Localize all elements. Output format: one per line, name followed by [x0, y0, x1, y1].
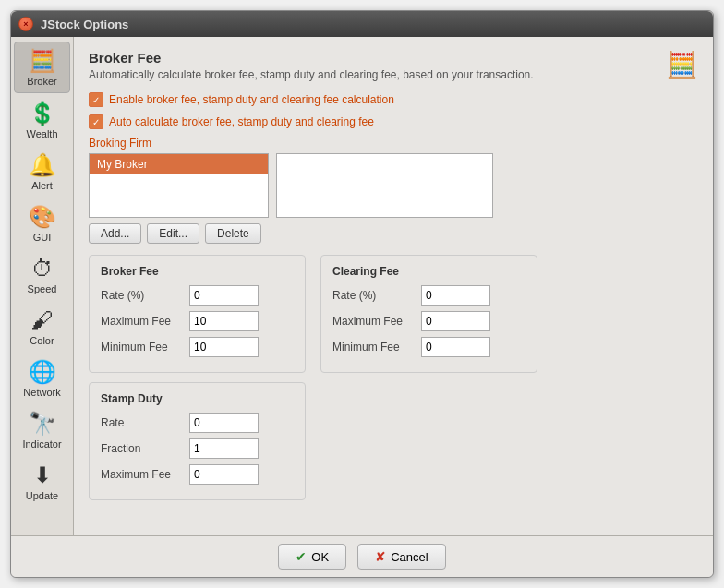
sidebar-label-network: Network — [23, 387, 60, 398]
broking-firm-label: Broking Firm — [89, 137, 698, 150]
sidebar-label-wealth: Wealth — [26, 128, 57, 139]
update-icon: ⬇ — [33, 462, 52, 488]
sidebar-label-speed: Speed — [28, 283, 57, 294]
sidebar-item-update[interactable]: ⬇ Update — [14, 457, 70, 507]
stamp-duty-box: Stamp Duty Rate Fraction Maximum Fee — [89, 382, 306, 500]
ok-label: OK — [311, 550, 329, 564]
stamp-max-row: Maximum Fee — [101, 464, 294, 485]
broker-rate-input[interactable] — [189, 285, 259, 306]
clearing-max-label: Maximum Fee — [332, 315, 414, 328]
stamp-fraction-input[interactable] — [189, 438, 259, 459]
broking-lists: My Broker — [89, 153, 698, 218]
stamp-rate-label: Rate — [101, 416, 182, 429]
broker-list-left[interactable]: My Broker — [89, 153, 269, 218]
broker-min-row: Minimum Fee — [101, 337, 294, 357]
wealth-icon: 💲 — [29, 101, 56, 126]
checkbox-enable[interactable]: ✓ — [89, 92, 103, 107]
checkbox-enable-label: Enable broker fee, stamp duty and cleari… — [109, 93, 394, 106]
broker-fee-box: Broker Fee Rate (%) Maximum Fee Minimum … — [89, 255, 306, 373]
broker-list-right[interactable] — [276, 153, 493, 218]
clearing-min-row: Minimum Fee — [332, 337, 525, 357]
sidebar: 🧮 Broker 💲 Wealth 🔔 Alert 🎨 GUI ⏱ Speed … — [11, 37, 74, 535]
checkbox-row-2: ✓ Auto calculate broker fee, stamp duty … — [89, 114, 698, 129]
sidebar-item-color[interactable]: 🖌 Color — [14, 302, 70, 352]
stamp-rate-input[interactable] — [189, 413, 259, 433]
sidebar-item-broker[interactable]: 🧮 Broker — [14, 42, 70, 93]
indicator-icon: 🔭 — [29, 411, 56, 437]
broker-rate-label: Rate (%) — [101, 289, 182, 302]
titlebar: × JStock Options — [11, 11, 713, 37]
fees-row: Broker Fee Rate (%) Maximum Fee Minimum … — [89, 255, 698, 373]
sidebar-label-color: Color — [30, 335, 54, 346]
add-button[interactable]: Add... — [89, 223, 141, 244]
sidebar-label-gui: GUI — [33, 232, 52, 243]
options-window: × JStock Options 🧮 Broker 💲 Wealth 🔔 Ale… — [10, 10, 714, 578]
stamp-fraction-row: Fraction — [101, 438, 294, 459]
clearing-rate-input[interactable] — [421, 285, 490, 306]
sidebar-label-update: Update — [26, 490, 58, 501]
stamp-rate-row: Rate — [101, 413, 294, 433]
section-header-text: Broker Fee Automatically calculate broke… — [89, 50, 534, 81]
sidebar-item-network[interactable]: 🌐 Network — [14, 354, 70, 403]
gui-icon: 🎨 — [29, 204, 56, 230]
broker-buttons: Add... Edit... Delete — [89, 223, 698, 244]
ok-button[interactable]: ✔ OK — [278, 544, 346, 570]
sidebar-item-indicator[interactable]: 🔭 Indicator — [14, 405, 70, 455]
clearing-max-row: Maximum Fee — [332, 311, 525, 331]
clearing-min-input[interactable] — [421, 337, 490, 357]
clearing-rate-row: Rate (%) — [332, 285, 525, 306]
broker-icon: 🧮 — [29, 48, 56, 74]
network-icon: 🌐 — [29, 359, 56, 385]
clearing-rate-label: Rate (%) — [332, 289, 414, 302]
sidebar-label-alert: Alert — [31, 180, 53, 191]
checkbox-auto-label: Auto calculate broker fee, stamp duty an… — [109, 115, 374, 128]
checkbox-row-1: ✓ Enable broker fee, stamp duty and clea… — [89, 92, 698, 107]
content-area: 🧮 Broker 💲 Wealth 🔔 Alert 🎨 GUI ⏱ Speed … — [11, 37, 713, 535]
section-title: Broker Fee — [89, 50, 534, 66]
delete-button[interactable]: Delete — [205, 223, 261, 244]
broking-section: Broking Firm My Broker Add... Edit... De… — [89, 137, 698, 244]
footer: ✔ OK ✘ Cancel — [11, 535, 713, 577]
clearing-fee-box: Clearing Fee Rate (%) Maximum Fee Minimu… — [320, 255, 537, 373]
section-header: Broker Fee Automatically calculate broke… — [89, 50, 698, 81]
broker-max-row: Maximum Fee — [101, 311, 294, 331]
stamp-max-label: Maximum Fee — [101, 468, 182, 481]
broker-min-label: Minimum Fee — [101, 341, 182, 354]
stamp-max-input[interactable] — [189, 464, 259, 485]
broker-list-item[interactable]: My Broker — [90, 154, 268, 174]
checkbox-auto[interactable]: ✓ — [89, 114, 103, 129]
color-icon: 🖌 — [31, 307, 54, 333]
ok-icon: ✔ — [296, 549, 307, 564]
sidebar-label-broker: Broker — [27, 76, 56, 87]
stamp-fraction-label: Fraction — [101, 442, 182, 455]
alert-icon: 🔔 — [29, 152, 56, 178]
stamp-duty-title: Stamp Duty — [101, 392, 294, 405]
sidebar-item-speed[interactable]: ⏱ Speed — [14, 250, 70, 300]
edit-button[interactable]: Edit... — [147, 223, 199, 244]
broker-min-input[interactable] — [189, 337, 259, 357]
broker-max-input[interactable] — [189, 311, 259, 331]
cancel-icon: ✘ — [375, 549, 386, 564]
sidebar-item-gui[interactable]: 🎨 GUI — [14, 198, 70, 248]
window-title: JStock Options — [41, 18, 128, 31]
section-description: Automatically calculate broker fee, stam… — [89, 68, 534, 81]
sidebar-label-indicator: Indicator — [22, 438, 61, 450]
cancel-button[interactable]: ✘ Cancel — [357, 544, 445, 570]
sidebar-item-alert[interactable]: 🔔 Alert — [14, 147, 70, 197]
cancel-label: Cancel — [391, 550, 428, 564]
clearing-min-label: Minimum Fee — [332, 341, 414, 354]
broker-fee-title: Broker Fee — [101, 265, 294, 278]
speed-icon: ⏱ — [31, 256, 54, 282]
close-button[interactable]: × — [18, 17, 33, 31]
sidebar-item-wealth[interactable]: 💲 Wealth — [14, 95, 70, 145]
calculator-icon: 🧮 — [666, 50, 698, 80]
clearing-max-input[interactable] — [421, 311, 490, 331]
broker-rate-row: Rate (%) — [101, 285, 294, 306]
clearing-fee-title: Clearing Fee — [332, 265, 525, 278]
main-panel: Broker Fee Automatically calculate broke… — [74, 37, 713, 535]
broker-max-label: Maximum Fee — [101, 315, 182, 328]
